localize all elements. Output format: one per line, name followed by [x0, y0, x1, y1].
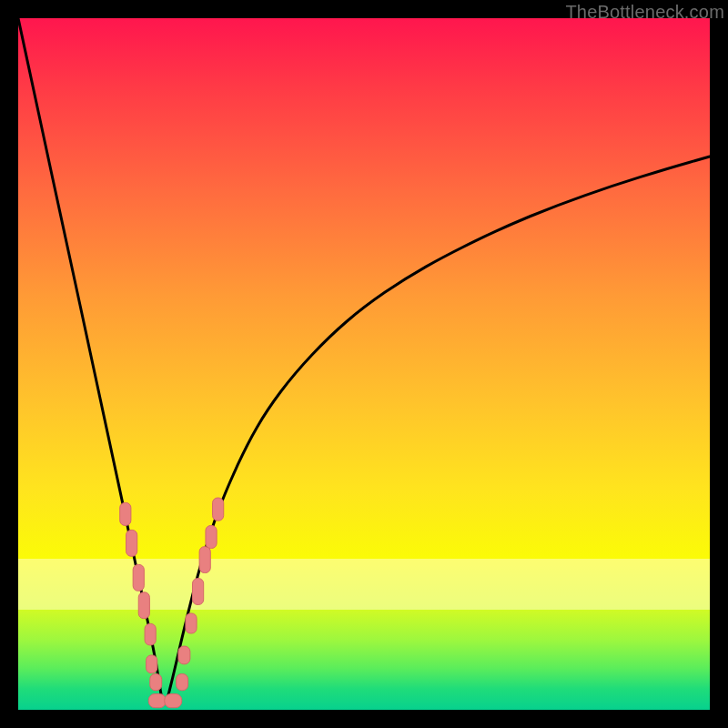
plot-area — [18, 18, 710, 710]
chart-frame: TheBottleneck.com — [0, 0, 728, 728]
